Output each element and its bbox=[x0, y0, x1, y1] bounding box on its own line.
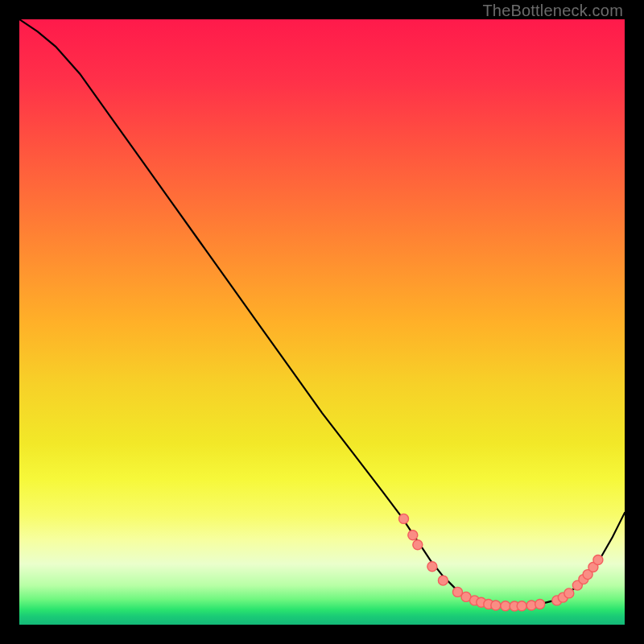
data-marker bbox=[501, 601, 510, 611]
data-curve bbox=[19, 19, 625, 606]
data-marker bbox=[438, 576, 448, 585]
chart-stage: TheBottleneck.com bbox=[0, 0, 644, 644]
data-marker bbox=[564, 588, 574, 598]
data-markers bbox=[399, 514, 603, 611]
watermark-text: TheBottleneck.com bbox=[482, 2, 623, 20]
data-marker bbox=[413, 540, 423, 550]
curve-layer bbox=[19, 19, 625, 625]
data-marker bbox=[408, 530, 418, 540]
data-marker bbox=[535, 599, 545, 609]
data-marker bbox=[593, 555, 603, 565]
plot-area bbox=[19, 19, 625, 625]
data-marker bbox=[517, 601, 526, 611]
data-marker bbox=[491, 601, 501, 610]
data-marker bbox=[427, 562, 437, 572]
data-marker bbox=[399, 514, 409, 523]
